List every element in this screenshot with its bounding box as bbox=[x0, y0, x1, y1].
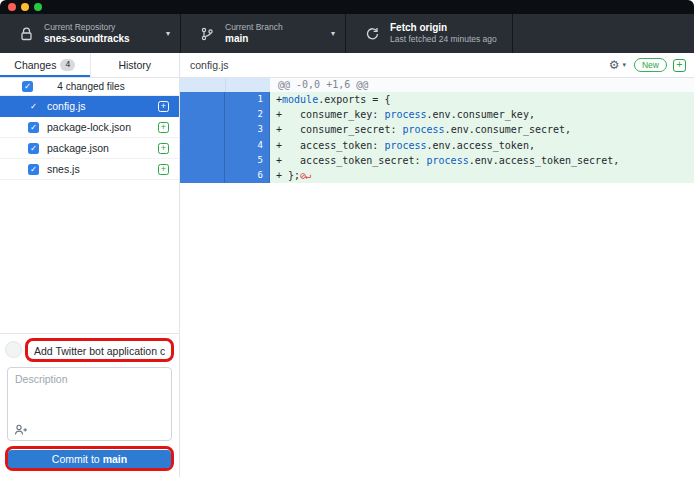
diff-line-1: 1 +module.exports = { bbox=[180, 92, 694, 107]
current-branch-button[interactable]: Current Branch main ▾ bbox=[181, 14, 346, 53]
zoom-window-button[interactable] bbox=[34, 3, 42, 11]
current-branch-value: main bbox=[225, 33, 327, 46]
diff-pane: config.js ⚙ ▾ New + @@ -0,0 +1,6 @@ 1 +m… bbox=[180, 53, 694, 477]
hunk-header-row: @@ -0,0 +1,6 @@ bbox=[180, 78, 694, 92]
changes-sidebar: Changes 4 History ✓ 4 changed files ✓ co… bbox=[0, 53, 180, 477]
diff-gutter-new[interactable]: 5 bbox=[225, 153, 270, 168]
toolbar-empty-area bbox=[513, 14, 694, 53]
changes-count-badge: 4 bbox=[60, 59, 75, 70]
github-desktop-window: Current Repository snes-soundtracks ▾ Cu… bbox=[0, 0, 694, 477]
commit-description-input[interactable] bbox=[8, 368, 171, 440]
toolbar: Current Repository snes-soundtracks ▾ Cu… bbox=[0, 14, 694, 53]
changed-files-count: 4 changed files bbox=[33, 81, 179, 92]
file-row-snes-js[interactable]: ✓ snes.js + bbox=[0, 159, 179, 180]
file-row-package-json[interactable]: ✓ package.json + bbox=[0, 138, 179, 159]
file-checkbox[interactable]: ✓ bbox=[28, 101, 39, 112]
diff-gutter-new[interactable]: 6 bbox=[225, 168, 270, 183]
diff-view: @@ -0,0 +1,6 @@ 1 +module.exports = { 2 … bbox=[180, 78, 694, 183]
file-row-config-js[interactable]: ✓ config.js + bbox=[0, 96, 179, 117]
diff-file-name: config.js bbox=[190, 59, 609, 71]
titlebar bbox=[0, 0, 694, 14]
file-checkbox[interactable]: ✓ bbox=[28, 122, 39, 133]
minimize-window-button[interactable] bbox=[21, 3, 29, 11]
diff-code: +module.exports = { bbox=[270, 92, 694, 107]
chevron-down-icon: ▾ bbox=[331, 29, 335, 38]
diff-gutter-new[interactable]: 1 bbox=[225, 92, 270, 107]
diff-line-6: 6 + };⊘↵ bbox=[180, 168, 694, 183]
diff-options-button[interactable]: ⚙ ▾ bbox=[609, 58, 626, 72]
diff-line-4: 4 + access_token: process.env.access_tok… bbox=[180, 138, 694, 153]
file-row-package-lock-json[interactable]: ✓ package-lock.json + bbox=[0, 117, 179, 138]
sidebar-empty-space bbox=[0, 180, 179, 333]
changed-files-header: ✓ 4 changed files bbox=[0, 78, 179, 96]
sidebar-tabs: Changes 4 History bbox=[0, 53, 179, 78]
no-newline-icon: ⊘↵ bbox=[300, 170, 310, 181]
file-name: package-lock.json bbox=[47, 121, 158, 133]
select-all-checkbox[interactable]: ✓ bbox=[22, 81, 33, 92]
current-branch-label: Current Branch bbox=[225, 22, 327, 33]
fetch-origin-sublabel: Last fetched 24 minutes ago bbox=[390, 34, 502, 45]
diff-file-header: config.js ⚙ ▾ New + bbox=[180, 53, 694, 78]
tab-history-label: History bbox=[118, 59, 151, 71]
add-coauthor-icon[interactable] bbox=[14, 424, 28, 436]
file-checkbox[interactable]: ✓ bbox=[28, 164, 39, 175]
diff-gutter-old[interactable] bbox=[180, 153, 225, 168]
annotation-highlight-summary bbox=[25, 338, 174, 363]
current-repository-button[interactable]: Current Repository snes-soundtracks ▾ bbox=[0, 14, 181, 53]
fetch-origin-label: Fetch origin bbox=[390, 22, 502, 35]
diff-gutter-old[interactable] bbox=[180, 92, 225, 107]
diff-gutter-old[interactable] bbox=[180, 138, 225, 153]
commit-button-prefix: Commit to bbox=[52, 453, 103, 465]
file-name: snes.js bbox=[47, 163, 158, 175]
commit-button-branch: main bbox=[103, 453, 128, 465]
file-name: package.json bbox=[47, 142, 158, 154]
file-checkbox[interactable]: ✓ bbox=[28, 143, 39, 154]
git-branch-icon bbox=[199, 26, 215, 42]
diff-line-2: 2 + consumer_key: process.env.consumer_k… bbox=[180, 107, 694, 122]
diff-code: + consumer_key: process.env.consumer_key… bbox=[270, 107, 694, 122]
annotation-highlight-commit: Commit to main bbox=[5, 446, 174, 471]
hunk-header-text: @@ -0,0 +1,6 @@ bbox=[270, 78, 694, 92]
user-avatar bbox=[5, 341, 22, 358]
chevron-down-icon: ▾ bbox=[622, 61, 626, 69]
diff-code: + consumer_secret: process.env.consumer_… bbox=[270, 122, 694, 137]
tab-changes[interactable]: Changes 4 bbox=[0, 53, 90, 77]
added-file-icon: + bbox=[158, 143, 169, 154]
file-name: config.js bbox=[47, 100, 158, 112]
current-repository-value: snes-soundtracks bbox=[44, 33, 162, 46]
added-file-icon: + bbox=[673, 59, 686, 72]
diff-line-5: 5 + access_token_secret: process.env.acc… bbox=[180, 153, 694, 168]
diff-code: + access_token: process.env.access_token… bbox=[270, 138, 694, 153]
new-file-badge: New bbox=[634, 58, 667, 72]
chevron-down-icon: ▾ bbox=[166, 29, 170, 38]
diff-line-3: 3 + consumer_secret: process.env.consume… bbox=[180, 122, 694, 137]
diff-gutter-new[interactable]: 3 bbox=[225, 122, 270, 137]
close-window-button[interactable] bbox=[8, 3, 16, 11]
added-file-icon: + bbox=[158, 164, 169, 175]
added-file-icon: + bbox=[158, 101, 169, 112]
commit-to-main-button[interactable]: Commit to main bbox=[8, 450, 171, 468]
gear-icon: ⚙ bbox=[609, 58, 620, 72]
diff-gutter-old[interactable] bbox=[180, 122, 225, 137]
diff-gutter-new[interactable]: 2 bbox=[225, 107, 270, 122]
diff-code: + };⊘↵ bbox=[270, 168, 694, 183]
commit-summary-input[interactable] bbox=[28, 342, 171, 359]
current-repository-label: Current Repository bbox=[44, 22, 162, 33]
commit-description-box bbox=[7, 367, 172, 441]
added-file-icon: + bbox=[158, 122, 169, 133]
lock-icon bbox=[18, 26, 34, 42]
commit-panel: Commit to main bbox=[0, 333, 179, 477]
sync-icon bbox=[364, 26, 380, 42]
tab-history[interactable]: History bbox=[90, 53, 180, 77]
diff-code: + access_token_secret: process.env.acces… bbox=[270, 153, 694, 168]
diff-gutter-new[interactable]: 4 bbox=[225, 138, 270, 153]
fetch-origin-button[interactable]: Fetch origin Last fetched 24 minutes ago bbox=[346, 14, 513, 53]
tab-changes-label: Changes bbox=[14, 59, 56, 71]
diff-gutter-old[interactable] bbox=[180, 107, 225, 122]
diff-gutter-old[interactable] bbox=[180, 168, 225, 183]
